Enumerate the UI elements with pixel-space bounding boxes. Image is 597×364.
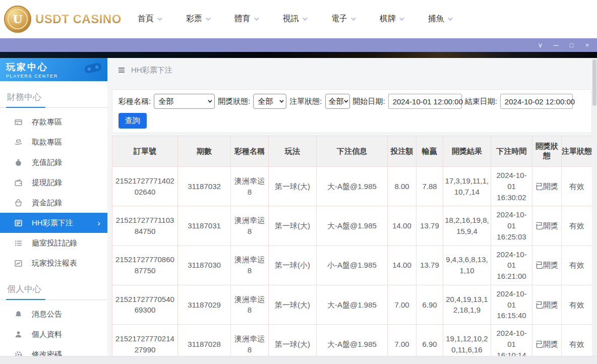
sidebar-item-group: 消息公告 個人資料 修改密碼 <box>0 304 107 364</box>
chevron-right-icon: › <box>97 219 100 227</box>
table-cell: 9,4,3,6,8,13,1,10 <box>443 246 491 285</box>
end-date-value: 2024-10-02 12:00:00 <box>505 97 575 106</box>
filter-panel: 彩種名稱: 全部 開獎狀態: 全部 注單狀態: 全部 開始日期: 2024-10… <box>112 89 592 133</box>
table-cell: 大-A盤@1.985 <box>317 285 388 324</box>
collapse-icon[interactable]: ∨ <box>532 38 548 52</box>
nav-item-electronic[interactable]: 電子 <box>331 14 354 24</box>
sidebar-item-label: 個人資料 <box>32 330 62 339</box>
sidebar-item-withdraw[interactable]: 取款專區 <box>0 132 107 152</box>
table-cell: 2152172777054069300 <box>112 285 178 324</box>
column-header: 開獎狀態 <box>532 136 562 167</box>
table-cell: 大-A盤@1.985 <box>317 206 388 246</box>
sidebar-header: 玩家中心 PLAYERS CENTER <box>0 58 107 81</box>
column-header: 彩種名稱 <box>231 136 269 167</box>
chevron-down-icon <box>280 98 284 102</box>
sidebar-item-bet-report[interactable]: 玩家投注報表 <box>0 253 107 273</box>
draw-status-value: 全部 <box>258 97 273 106</box>
sidebar-item-label: 存款專區 <box>32 117 62 127</box>
coin-logo-icon: U <box>4 6 31 33</box>
end-date-label: 結束日期: <box>465 97 497 106</box>
draw-status-label: 開獎狀態: <box>218 97 250 106</box>
table-cell: 有效 <box>562 246 592 285</box>
breadcrumb: HH彩票下注 <box>112 58 592 82</box>
sidebar-item-label: 提現記錄 <box>32 178 62 188</box>
end-date-input[interactable]: 2024-10-02 12:00:00 <box>500 94 573 109</box>
column-header: 下注信息 <box>317 136 388 167</box>
hamburger-menu-icon[interactable] <box>117 66 126 74</box>
sidebar-item-label: 消息公告 <box>32 310 62 319</box>
table-cell: 已開獎 <box>532 246 562 285</box>
sidebar-item-profile[interactable]: 個人資料 <box>0 324 107 344</box>
table-row: 215217277714020264031187032澳洲幸运8第一球(大)大-… <box>112 167 592 206</box>
column-header: 期數 <box>178 136 231 167</box>
table-cell: 6.90 <box>416 285 443 324</box>
table-cell: 31187031 <box>178 206 231 246</box>
bet-records-table: 訂單號期數彩種名稱玩法下注信息投注額輸贏開獎結果下注時間開獎狀態注單狀態 215… <box>112 136 592 364</box>
sidebar-item-label: 廳室投註記錄 <box>32 238 77 248</box>
table-cell: 已開獎 <box>532 285 562 324</box>
sidebar-item-withdrawal-record[interactable]: 提現記錄 <box>0 172 107 193</box>
nav-item-sports[interactable]: 體育 <box>234 14 258 24</box>
sidebar-item-lottery-bet[interactable]: HH彩票下注 › <box>0 213 107 233</box>
order-status-label: 注單狀態: <box>289 97 322 106</box>
chevron-down-icon <box>351 16 356 21</box>
window-titlebar: ∨ ─ □ × <box>0 38 597 52</box>
nav-item-chess[interactable]: 棋牌 <box>380 14 403 24</box>
brand-logo[interactable]: U USDT CASINO <box>4 6 122 33</box>
scrollbar-thumb[interactable] <box>592 59 596 106</box>
notice-icon <box>14 310 23 319</box>
brand-name: USDT CASINO <box>35 12 122 26</box>
table-cell: 14.00 <box>388 206 416 246</box>
table-cell: 8.00 <box>388 167 416 206</box>
search-button[interactable]: 查詢 <box>118 113 147 129</box>
table-row: 215217277705406930031187029澳洲幸运8第一球(大)大-… <box>112 285 592 324</box>
table-cell: 31187032 <box>178 167 231 206</box>
app-window: U USDT CASINO 首頁 彩票 體育 視訊 電子 棋牌 捕魚 <box>0 0 597 364</box>
table-cell: 7.88 <box>416 167 443 206</box>
table-cell: 2152172777086087750 <box>112 246 178 285</box>
sidebar-item-label: 資金記錄 <box>32 198 62 208</box>
order-status-select[interactable]: 全部 <box>325 94 350 109</box>
lottery-bet-icon <box>14 219 23 227</box>
chevron-down-icon <box>254 16 259 21</box>
close-icon[interactable]: × <box>579 38 595 52</box>
sidebar-section-title: 財務中心 <box>7 91 107 103</box>
vertical-scrollbar[interactable] <box>592 58 597 364</box>
table-cell: 第一球(大) <box>269 285 317 324</box>
sidebar-item-recharge-record[interactable]: 充值記錄 <box>0 152 107 172</box>
page-title: HH彩票下注 <box>131 66 172 75</box>
main-content: HH彩票下注 彩種名稱: 全部 開獎狀態: 全部 注單狀態: 全部 <box>107 58 597 364</box>
table-cell: 有效 <box>562 167 592 206</box>
column-header: 開獎結果 <box>443 136 491 167</box>
table-cell: 第一球(小) <box>269 246 317 285</box>
table-cell: 小-A盤@1.985 <box>317 246 388 285</box>
minimize-icon[interactable]: ─ <box>548 38 564 52</box>
lottery-name-select[interactable]: 全部 <box>154 94 215 109</box>
banner-strip <box>0 52 597 58</box>
draw-status-select[interactable]: 全部 <box>253 94 286 109</box>
nav-item-home[interactable]: 首頁 <box>138 14 161 24</box>
profile-icon <box>14 330 23 339</box>
nav-item-label: 電子 <box>331 14 347 24</box>
table-cell: 已開獎 <box>532 206 562 246</box>
sidebar-item-funds-record[interactable]: 資金記錄 <box>0 193 107 213</box>
nav-item-fishing[interactable]: 捕魚 <box>428 14 451 24</box>
table-row: 215217277711038475031187031澳洲幸运8第一球(大)大-… <box>112 206 592 246</box>
chevron-down-icon <box>157 16 162 21</box>
start-date-input[interactable]: 2024-10-01 12:00:00 <box>388 94 462 109</box>
deposit-icon <box>14 118 23 127</box>
funds-record-icon <box>14 199 23 207</box>
sidebar-item-notice[interactable]: 消息公告 <box>0 304 107 324</box>
table-cell: 13.79 <box>416 206 443 246</box>
nav-item-lottery[interactable]: 彩票 <box>186 14 209 24</box>
sidebar-item-group: 存款專區 取款專區 充值記錄 提現記錄 資金記錄 <box>0 112 107 273</box>
sidebar-item-room-bet-record[interactable]: 廳室投註記錄 <box>0 233 107 253</box>
top-bar: U USDT CASINO 首頁 彩票 體育 視訊 電子 棋牌 捕魚 <box>0 0 597 38</box>
table-cell: 第一球(大) <box>269 167 317 206</box>
nav-item-label: 棋牌 <box>380 14 396 24</box>
withdraw-icon <box>14 138 23 147</box>
nav-item-video[interactable]: 視訊 <box>283 14 306 24</box>
maximize-icon[interactable]: □ <box>564 38 579 52</box>
lottery-name-value: 全部 <box>158 97 173 106</box>
sidebar-item-deposit[interactable]: 存款專區 <box>0 112 107 132</box>
